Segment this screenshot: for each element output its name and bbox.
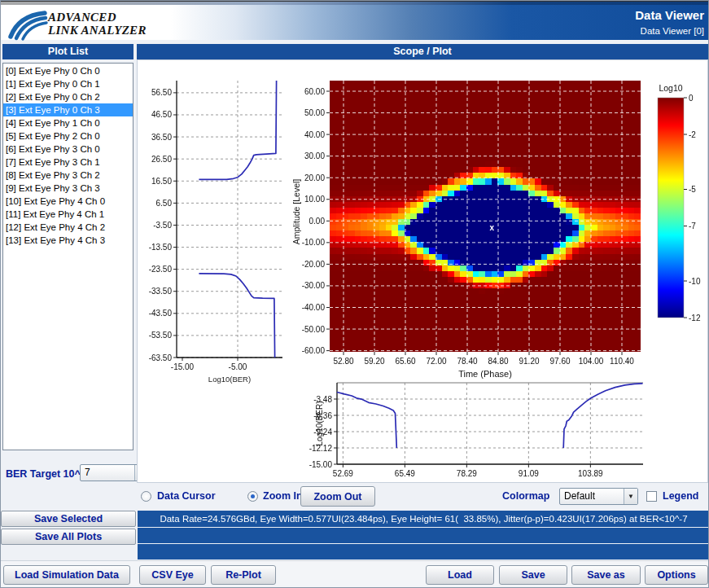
svg-text:91.09: 91.09 xyxy=(519,469,539,478)
svg-text:30.00: 30.00 xyxy=(304,151,325,160)
save-all-plots-button[interactable]: Save All Plots xyxy=(1,529,136,545)
svg-text:-10.00: -10.00 xyxy=(302,238,326,247)
svg-text:Log10(BER): Log10(BER) xyxy=(315,401,324,445)
svg-text:-10: -10 xyxy=(689,277,701,286)
replot-button[interactable]: Re-Plot xyxy=(211,565,276,585)
data-cursor-radio[interactable] xyxy=(141,491,151,502)
legend-label: Legend xyxy=(663,490,698,502)
svg-text:0: 0 xyxy=(689,94,694,103)
scope-plot-panel[interactable]: 56.5046.5036.5026.5016.506.50-3.50-13.50… xyxy=(137,59,708,483)
svg-text:-5: -5 xyxy=(689,185,696,194)
svg-text:26.50: 26.50 xyxy=(151,155,172,164)
zoom-out-button[interactable]: Zoom Out xyxy=(300,486,375,507)
list-item[interactable]: [5] Ext Eye Phy 2 Ch 0 xyxy=(3,129,133,143)
brand-name-line2: LINK ANALYZER xyxy=(48,24,147,37)
status-bar-row3 xyxy=(138,544,709,559)
save-button[interactable]: Save xyxy=(499,565,567,585)
status-bar: Data Rate=24.576GBd, Eye Width=0.577UI(2… xyxy=(138,511,709,527)
svg-text:52.69: 52.69 xyxy=(333,469,353,478)
svg-text:-20.00: -20.00 xyxy=(302,260,326,269)
svg-text:-43.50: -43.50 xyxy=(149,309,173,318)
zoom-in-label: Zoom In xyxy=(263,490,303,502)
app-header: ADVANCED LINK ANALYZER Data Viewer Data … xyxy=(1,5,709,40)
data-cursor-label: Data Cursor xyxy=(157,490,216,502)
svg-text:6.50: 6.50 xyxy=(156,199,173,208)
svg-text:-33.50: -33.50 xyxy=(149,287,173,296)
chevron-down-icon[interactable]: ▼ xyxy=(624,489,637,504)
save-selected-button[interactable]: Save Selected xyxy=(1,511,136,527)
svg-text:59.20: 59.20 xyxy=(364,357,384,366)
load-simulation-data-button[interactable]: Load Simulation Data xyxy=(3,565,130,585)
svg-text:104.00: 104.00 xyxy=(579,357,604,366)
svg-text:-60.00: -60.00 xyxy=(302,346,326,355)
svg-text:16.50: 16.50 xyxy=(151,177,172,186)
svg-text:97.60: 97.60 xyxy=(549,357,570,366)
svg-text:-7: -7 xyxy=(689,222,696,230)
svg-text:-63.50: -63.50 xyxy=(149,353,173,362)
brand-name: ADVANCED LINK ANALYZER xyxy=(48,11,147,37)
svg-text:36.50: 36.50 xyxy=(151,133,172,142)
list-item[interactable]: [8] Ext Eye Phy 3 Ch 2 xyxy=(3,169,133,182)
scope-plot-header: Scope / Plot xyxy=(137,44,708,59)
list-item[interactable]: [4] Ext Eye Phy 1 Ch 0 xyxy=(3,116,133,129)
svg-text:Log10: Log10 xyxy=(659,83,682,93)
svg-text:Time (Phase): Time (Phase) xyxy=(458,369,512,379)
svg-text:-40.00: -40.00 xyxy=(302,303,326,312)
scope-plots-overlay: 56.5046.5036.5026.5016.506.50-3.50-13.50… xyxy=(138,60,709,482)
window-title: Data Viewer xyxy=(635,8,704,22)
list-item[interactable]: [10] Ext Eye Phy 4 Ch 0 xyxy=(3,195,133,208)
plot-list-header: Plot List xyxy=(2,44,133,59)
svg-text:65.60: 65.60 xyxy=(395,357,415,366)
status-bar-row2 xyxy=(138,528,709,543)
plot-list[interactable]: [0] Ext Eye Phy 0 Ch 0[1] Ext Eye Phy 0 … xyxy=(2,63,133,450)
svg-text:91.20: 91.20 xyxy=(519,357,539,366)
svg-text:20.00: 20.00 xyxy=(304,173,325,182)
list-item[interactable]: [2] Ext Eye Phy 0 Ch 2 xyxy=(3,90,133,103)
list-item[interactable]: [6] Ext Eye Phy 3 Ch 0 xyxy=(3,143,133,156)
brand-name-line1: ADVANCED xyxy=(48,11,147,24)
svg-text:-2: -2 xyxy=(689,130,696,139)
load-button[interactable]: Load xyxy=(426,565,494,585)
list-item[interactable]: [0] Ext Eye Phy 0 Ch 0 xyxy=(3,64,133,77)
svg-text:-3.50: -3.50 xyxy=(153,221,172,230)
svg-text:Amplitude [Level]: Amplitude [Level] xyxy=(291,179,301,245)
options-button[interactable]: Options xyxy=(645,565,708,585)
svg-text:-15.00: -15.00 xyxy=(309,460,333,469)
svg-text:-12: -12 xyxy=(689,314,701,323)
svg-text:Log10(BER): Log10(BER) xyxy=(208,375,251,384)
svg-text:0.00: 0.00 xyxy=(309,217,326,226)
legend-checkbox[interactable] xyxy=(646,491,657,502)
svg-text:-15.00: -15.00 xyxy=(171,362,195,371)
window-subtitle: Data Viewer [0] xyxy=(641,26,704,36)
colormap-label: Colormap xyxy=(502,490,549,502)
save-as-button[interactable]: Save as xyxy=(571,565,641,585)
svg-text:x: x xyxy=(490,223,495,232)
svg-text:-23.50: -23.50 xyxy=(149,265,173,274)
svg-text:-30.00: -30.00 xyxy=(302,281,326,290)
list-item[interactable]: [12] Ext Eye Phy 4 Ch 2 xyxy=(3,221,133,234)
data-viewer-window: ADVANCED LINK ANALYZER Data Viewer Data … xyxy=(0,0,709,588)
svg-text:110.40: 110.40 xyxy=(610,357,634,366)
svg-text:103.89: 103.89 xyxy=(578,469,603,478)
ber-target-value: 7 xyxy=(81,465,134,480)
list-item[interactable]: [1] Ext Eye Phy 0 Ch 1 xyxy=(3,77,133,90)
list-item[interactable]: [11] Ext Eye Phy 4 Ch 1 xyxy=(3,208,133,221)
brand-wave-icon xyxy=(7,7,48,42)
svg-text:-50.00: -50.00 xyxy=(302,325,326,334)
list-item[interactable]: [13] Ext Eye Phy 4 Ch 3 xyxy=(3,234,133,247)
svg-text:72.00: 72.00 xyxy=(426,357,446,366)
svg-text:84.80: 84.80 xyxy=(488,357,508,366)
svg-text:50.00: 50.00 xyxy=(304,108,325,117)
list-item[interactable]: [9] Ext Eye Phy 3 Ch 3 xyxy=(3,182,133,195)
svg-text:-53.50: -53.50 xyxy=(149,331,173,340)
csv-eye-button[interactable]: CSV Eye xyxy=(139,565,206,585)
colormap-dropdown[interactable]: Default ▼ xyxy=(559,488,638,505)
svg-text:-13.50: -13.50 xyxy=(149,243,173,252)
zoom-in-radio[interactable] xyxy=(247,491,258,502)
list-item[interactable]: [3] Ext Eye Phy 0 Ch 3 xyxy=(3,103,133,116)
status-measurements: Data Rate=24.576GBd, Eye Width=0.577UI(2… xyxy=(138,511,709,527)
list-item[interactable]: [7] Ext Eye Phy 3 Ch 1 xyxy=(3,156,133,169)
svg-text:-5.00: -5.00 xyxy=(229,362,247,371)
svg-text:52.80: 52.80 xyxy=(333,357,353,366)
svg-text:46.50: 46.50 xyxy=(151,110,172,119)
